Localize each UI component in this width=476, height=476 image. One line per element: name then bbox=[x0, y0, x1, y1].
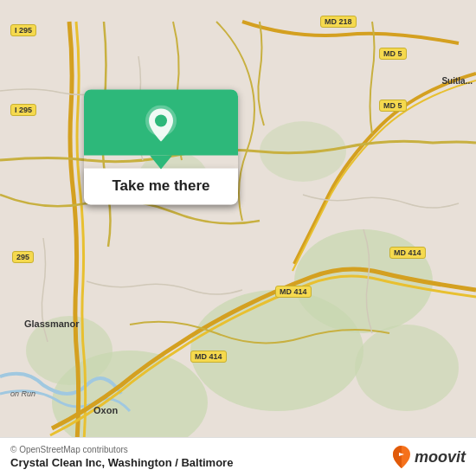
location-pin-icon bbox=[145, 106, 177, 144]
road-label-md414-bot: MD 414 bbox=[190, 351, 227, 363]
map-container: I 295 I 295 295 MD 218 MD 5 MD 5 MD 414 … bbox=[0, 0, 476, 476]
take-me-there-label: Take me there bbox=[84, 169, 238, 205]
suitland-label: Suitla... bbox=[441, 76, 473, 86]
road-label-i295-1: I 295 bbox=[10, 24, 36, 36]
glassmanor-label: Glassmanor bbox=[24, 318, 80, 329]
moovit-pin-icon bbox=[392, 445, 411, 469]
moovit-text: moovit bbox=[415, 448, 466, 466]
moovit-logo: moovit bbox=[392, 445, 466, 469]
road-label-i295-2: I 295 bbox=[10, 104, 36, 116]
run-label: on Run bbox=[10, 389, 35, 398]
oxon-label: Oxon bbox=[93, 405, 118, 415]
svg-point-9 bbox=[155, 115, 167, 127]
road-label-md218: MD 218 bbox=[320, 16, 357, 28]
road-label-md5-2: MD 5 bbox=[379, 100, 407, 112]
road-label-md5-1: MD 5 bbox=[379, 48, 407, 60]
location-name: Crystal Clean Inc, Washington / Baltimor… bbox=[10, 456, 233, 469]
road-label-md414-mid: MD 414 bbox=[275, 286, 312, 298]
copyright-text: © OpenStreetMap contributors bbox=[10, 445, 233, 454]
bottom-bar: © OpenStreetMap contributors Crystal Cle… bbox=[0, 437, 476, 476]
svg-point-5 bbox=[355, 325, 459, 411]
bottom-left: © OpenStreetMap contributors Crystal Cle… bbox=[10, 445, 233, 469]
road-label-md414-right: MD 414 bbox=[389, 247, 426, 259]
take-me-there-button[interactable]: Take me there bbox=[84, 90, 238, 205]
road-label-295: 295 bbox=[12, 251, 34, 263]
